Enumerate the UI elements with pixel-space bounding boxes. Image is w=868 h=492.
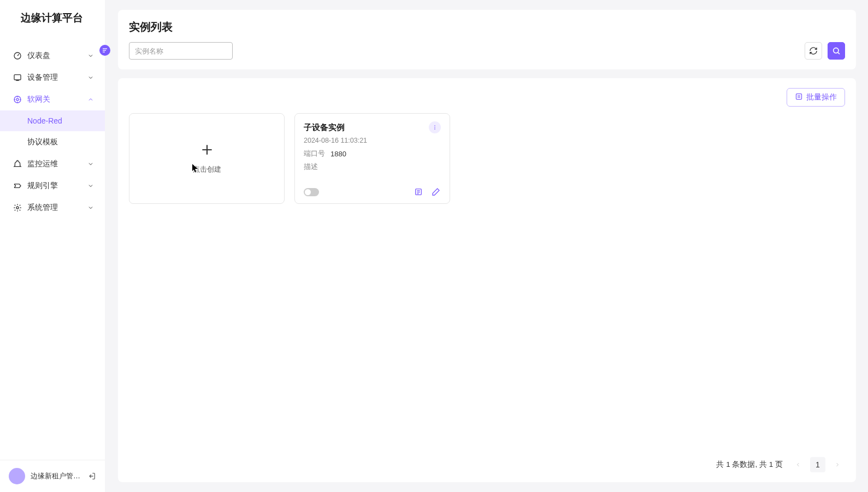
enable-toggle[interactable]: [304, 188, 319, 196]
chevron-down-icon: [87, 183, 94, 189]
pagination: 共 1 条数据, 共 1 页 1: [129, 450, 845, 472]
chevron-down-icon: [87, 52, 94, 59]
username: 边缘新租户管…: [31, 471, 82, 481]
prev-page-button[interactable]: [790, 457, 806, 472]
svg-point-7: [434, 125, 435, 126]
gateway-icon: [13, 95, 22, 104]
settings-icon: [13, 203, 22, 212]
main-content: 实例列表 批量操作: [105, 0, 868, 492]
rules-icon: [13, 181, 22, 190]
sidebar-item-label: 规则引擎: [27, 181, 82, 191]
content-toolbar: 批量操作: [129, 88, 845, 107]
monitor-icon: [13, 160, 22, 168]
sidebar-item-monitor[interactable]: 监控运维: [0, 153, 105, 175]
search-button[interactable]: [828, 42, 845, 60]
app-title: 边缘计算平台: [0, 0, 105, 36]
instance-card: 子设备实例 2024-08-16 11:03:21 端口号 1880 描述: [294, 113, 450, 204]
sidebar-item-dashboard[interactable]: 仪表盘: [0, 45, 105, 67]
sidebar-item-rules[interactable]: 规则引擎: [0, 175, 105, 197]
gauge-icon: [13, 51, 22, 60]
page-header: 实例列表: [118, 10, 856, 69]
svg-point-8: [434, 127, 435, 128]
page-title: 实例列表: [129, 20, 845, 34]
svg-rect-6: [796, 94, 802, 99]
sidebar-subitem-label: 协议模板: [27, 137, 58, 147]
port-value: 1880: [330, 150, 346, 158]
sidebar-item-label: 设备管理: [27, 73, 82, 83]
create-instance-card[interactable]: 点击创建: [129, 113, 285, 204]
instance-grid: 点击创建 子设备实例 2024-08-16 11:03:21 端口号 1880: [129, 113, 845, 204]
instance-timestamp: 2024-08-16 11:03:21: [304, 137, 441, 144]
edit-icon[interactable]: [431, 187, 441, 197]
sidebar: 边缘计算平台 仪表盘 设备管理: [0, 0, 105, 492]
batch-operation-button[interactable]: 批量操作: [787, 88, 845, 107]
next-page-button[interactable]: [830, 457, 845, 472]
logout-icon[interactable]: [87, 472, 96, 481]
sidebar-collapse-button[interactable]: [99, 45, 110, 56]
sidebar-item-devices[interactable]: 设备管理: [0, 67, 105, 89]
sidebar-item-label: 系统管理: [27, 203, 82, 213]
chevron-down-icon: [87, 161, 94, 167]
sidebar-subitem-node-red[interactable]: Node-Red: [0, 110, 105, 131]
batch-icon: [795, 92, 803, 102]
chevron-down-icon: [87, 74, 94, 81]
search-row: [129, 42, 845, 60]
port-label: 端口号: [304, 149, 325, 159]
plus-icon: [200, 143, 214, 157]
svg-point-4: [16, 207, 19, 209]
device-icon: [13, 73, 22, 82]
sidebar-footer: 边缘新租户管…: [0, 460, 105, 492]
avatar[interactable]: [9, 468, 25, 484]
detail-icon[interactable]: [414, 187, 423, 197]
search-input[interactable]: [129, 42, 233, 60]
svg-rect-1: [14, 75, 21, 80]
sidebar-subitem-protocol-template[interactable]: 协议模板: [0, 131, 105, 153]
desc-label: 描述: [304, 162, 318, 172]
svg-point-2: [16, 98, 19, 101]
sidebar-item-label: 软网关: [27, 95, 82, 104]
svg-point-5: [834, 48, 839, 53]
sidebar-nav: 仪表盘 设备管理 软网关: [0, 36, 105, 460]
content-area: 批量操作 点击创建 子设备实例 20: [118, 78, 856, 482]
refresh-button[interactable]: [805, 42, 822, 60]
sidebar-item-system[interactable]: 系统管理: [0, 197, 105, 219]
chevron-down-icon: [87, 204, 94, 211]
sidebar-subitem-label: Node-Red: [27, 116, 62, 125]
more-button[interactable]: [429, 121, 441, 133]
page-number-current[interactable]: 1: [810, 457, 825, 472]
batch-label: 批量操作: [806, 92, 837, 102]
create-label: 点击创建: [193, 165, 221, 174]
sidebar-item-gateway[interactable]: 软网关: [0, 89, 105, 110]
sidebar-item-label: 监控运维: [27, 159, 82, 169]
svg-point-9: [434, 128, 435, 130]
instance-desc-row: 描述: [304, 162, 441, 172]
instance-port-row: 端口号 1880: [304, 149, 441, 159]
chevron-up-icon: [87, 96, 94, 103]
sidebar-item-label: 仪表盘: [27, 51, 82, 61]
instance-title: 子设备实例: [304, 122, 345, 133]
pagination-summary: 共 1 条数据, 共 1 页: [716, 460, 783, 470]
